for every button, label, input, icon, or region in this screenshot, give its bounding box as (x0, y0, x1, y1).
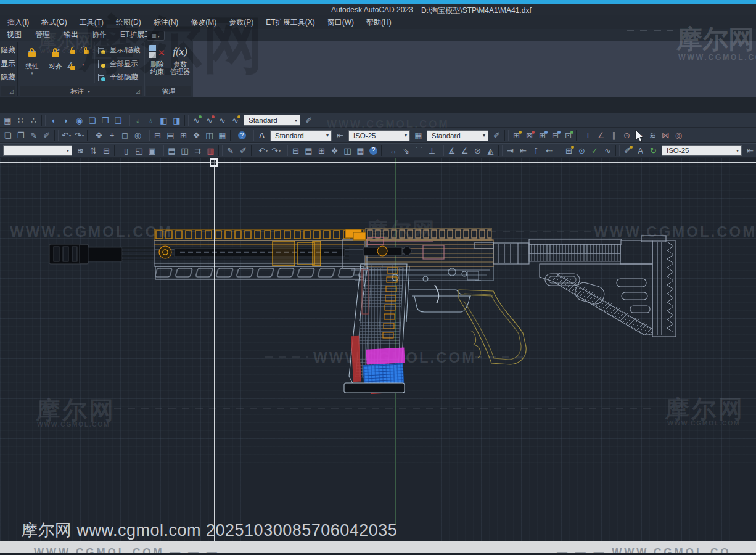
properties-palette-icon[interactable]: ⊟ (151, 130, 164, 142)
constraint-angle-icon[interactable]: ∠ (594, 130, 607, 142)
dim-angular-icon[interactable]: ◭ (484, 144, 497, 157)
dim-style-dropdown[interactable]: ISO-25▾ (662, 145, 742, 156)
export-dwf-icon[interactable]: ▥ (204, 144, 217, 157)
zoom-previous-icon[interactable]: ◎ (131, 130, 144, 142)
solid-revolve-icon[interactable]: ◉ (73, 114, 86, 126)
spline-fit-icon[interactable]: ∿ (190, 114, 203, 126)
pan-icon[interactable]: ✥ (92, 130, 105, 142)
dim-aligned-button[interactable]: ↔ 对齐 (44, 44, 67, 71)
ribbon-tab[interactable]: 输出 (57, 28, 85, 41)
menu-item[interactable]: ET扩展工具(X) (260, 15, 321, 30)
group-edit-icon[interactable]: ⊞ (536, 130, 549, 142)
redo-button[interactable]: ↷▾ (73, 130, 86, 142)
menu-item[interactable]: 帮助(H) (360, 15, 398, 30)
dialog-launcher-icon[interactable]: ◿ (10, 89, 14, 94)
design-center-icon[interactable]: ▤ (164, 130, 177, 142)
dim-radius-icon[interactable]: ∡ (445, 144, 458, 157)
spline-cv-icon[interactable]: ∿ (203, 114, 216, 126)
layer-properties-icon[interactable]: ≋ (74, 144, 87, 157)
edit-attributes-icon[interactable]: ✐ (237, 144, 250, 157)
constraint-toggle-row[interactable]: 显示/隐藏 (97, 46, 140, 55)
solid-subtract-icon[interactable]: ❐ (99, 114, 112, 126)
new-file-icon[interactable]: ▯ (120, 144, 133, 157)
slice-icon[interactable]: ◧ (157, 114, 170, 126)
layer-states-icon[interactable]: ⇅ (87, 144, 100, 157)
constraint-smooth-icon[interactable]: ≋ (646, 130, 659, 142)
dim-baseline-icon[interactable]: ⇤ (517, 144, 530, 157)
delete-constraint-button[interactable]: ✕ 删除 约束 (146, 44, 168, 75)
constraint-parallel-icon[interactable]: ∥ (607, 130, 620, 142)
dim-update-icon[interactable]: ↻ (647, 144, 660, 157)
ribbon-tab[interactable]: 协作 (85, 28, 113, 41)
group-create-icon[interactable]: ⊞ (510, 130, 523, 142)
match-properties-icon[interactable]: ✎ (27, 130, 40, 142)
dim-style-icon[interactable]: ⇤ (334, 130, 347, 142)
open-file-icon[interactable]: ◱ (133, 144, 146, 157)
constraint-fix-icon[interactable]: ◎ (672, 130, 685, 142)
arc-lock-icon[interactable]: ⌒ (67, 44, 78, 55)
ribbon-tab[interactable]: 管理 (28, 28, 57, 41)
markup-icon[interactable]: ◫ (203, 130, 216, 142)
sheet-set-icon[interactable]: ❖ (190, 130, 203, 142)
undo-button[interactable]: ↶▾ (257, 144, 269, 157)
dim-text-edit-icon[interactable]: A (634, 144, 647, 157)
properties-palette-icon[interactable]: ⊟ (289, 144, 302, 157)
thicken-icon[interactable]: ◨ (170, 114, 183, 126)
dim-jog-line-icon[interactable]: ∿ (601, 144, 614, 157)
dim-ordinate-icon[interactable]: ⊥ (425, 144, 438, 157)
ribbon-display-button[interactable]: ▦ ▾ (147, 31, 165, 41)
menu-item[interactable]: 绘图(D) (110, 15, 147, 30)
plot-icon[interactable]: ▤ (165, 144, 178, 157)
markup-icon[interactable]: ◫ (341, 144, 354, 157)
dim-diameter-icon[interactable]: ⊘ (471, 144, 484, 157)
dim-quick-icon[interactable]: ⇥ (504, 144, 517, 157)
drawing-canvas[interactable]: WWW.CGMOL.COM 摩尔网 WWW.CGMOL.COM WWW.CGMO… (0, 158, 756, 541)
center-mark-icon[interactable]: ⊙ (575, 144, 588, 157)
parameter-manager-button[interactable]: f(x) 参数 管理器 (169, 44, 191, 75)
solid-intersect-icon[interactable]: ❑ (112, 114, 125, 126)
menu-item[interactable]: 格式(O) (35, 15, 73, 30)
panel-item-label[interactable]: 显示 (1, 59, 15, 69)
group-ungroup-icon[interactable]: ⊠ (523, 130, 536, 142)
text-style-icon[interactable]: A (255, 130, 268, 142)
mesh-primitives-icon[interactable]: ▦ (1, 114, 14, 126)
dim-continue-icon[interactable]: ⊺ (530, 144, 543, 157)
spline-edit-icon[interactable]: ∿ (216, 114, 229, 126)
plot-preview-icon[interactable]: ◫ (178, 144, 191, 157)
text-style-dropdown[interactable]: Standard▾ (270, 130, 332, 141)
sheet-set-icon[interactable]: ❖ (328, 144, 341, 157)
dim-aligned-icon[interactable]: ⇘ (400, 144, 413, 157)
solid-union-icon[interactable]: ❏ (86, 114, 99, 126)
panel-footer-dimension[interactable]: 标注 ▼ ◿ (20, 86, 142, 96)
dim-jogged-icon[interactable]: ∠ (458, 144, 471, 157)
menu-item[interactable]: 工具(T) (73, 15, 110, 30)
solid-loft-icon[interactable]: ◗ (60, 114, 73, 126)
menu-item[interactable]: 标注(N) (147, 15, 185, 30)
menu-item[interactable]: 窗口(W) (321, 15, 360, 30)
dialog-launcher-icon[interactable]: ◿ (136, 89, 140, 94)
constraint-tangent-icon[interactable]: ⊙ (620, 130, 633, 142)
tolerance-icon[interactable]: ⊞ (562, 144, 575, 157)
zoom-realtime-icon[interactable]: ± (105, 130, 118, 142)
table-style-icon[interactable]: ▦ (412, 130, 425, 142)
menu-item[interactable]: 修改(M) (184, 15, 223, 30)
match-properties-icon[interactable]: ✎ (224, 144, 237, 157)
dim-inspect-icon[interactable]: ✓ (588, 144, 601, 157)
group-select-icon[interactable]: ⊟ (549, 130, 562, 142)
point-cloud-icon[interactable]: ∷ (14, 114, 27, 126)
design-center-icon[interactable]: ▤ (302, 144, 315, 157)
menu-item[interactable]: 参数(P) (223, 15, 260, 30)
ribbon-tab[interactable]: 视图 (0, 28, 28, 41)
undo-button[interactable]: ↶▾ (60, 130, 73, 142)
multileader-style-icon[interactable]: ✐ (490, 130, 503, 142)
edit-block-icon[interactable]: ✐ (40, 130, 53, 142)
point-style-icon[interactable]: ∴ (27, 114, 40, 126)
save-file-icon[interactable]: ▣ (146, 144, 158, 157)
publish-icon[interactable]: ⇉ (191, 144, 204, 157)
panel-footer-manage[interactable]: 管理 (146, 86, 191, 96)
redo-button[interactable]: ↷▾ (269, 144, 282, 157)
panel-item-label[interactable]: 隐藏 (1, 72, 15, 83)
panel-item-label[interactable]: 隐藏 (1, 45, 15, 56)
help-icon[interactable]: ? (236, 130, 249, 142)
help-icon[interactable]: ? (367, 144, 380, 157)
